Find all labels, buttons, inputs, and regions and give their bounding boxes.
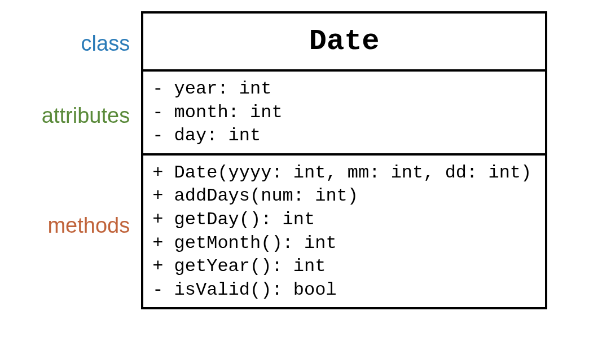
attribute-row: - day: int	[152, 124, 536, 148]
label-attributes: attributes	[42, 76, 130, 155]
uml-class-box: Date - year: int - month: int - day: int…	[141, 11, 547, 309]
section-labels-column: class attributes methods	[42, 11, 141, 309]
method-row: + getYear(): int	[152, 255, 536, 278]
methods-section: + Date(yyyy: int, mm: int, dd: int) + ad…	[143, 156, 545, 308]
label-class: class	[42, 11, 130, 76]
method-row: + getMonth(): int	[152, 232, 536, 255]
class-name-section: Date	[143, 14, 545, 69]
method-row: + Date(yyyy: int, mm: int, dd: int)	[152, 161, 536, 185]
attributes-section: - year: int - month: int - day: int	[143, 72, 545, 153]
attribute-row: - month: int	[152, 101, 536, 125]
method-row: + getDay(): int	[152, 208, 536, 232]
method-row: + addDays(num: int)	[152, 184, 536, 208]
uml-class-diagram: class attributes methods Date - year: in…	[42, 11, 547, 309]
method-row: - isValid(): bool	[152, 278, 536, 302]
label-methods: methods	[42, 155, 130, 296]
attribute-row: - year: int	[152, 77, 536, 101]
